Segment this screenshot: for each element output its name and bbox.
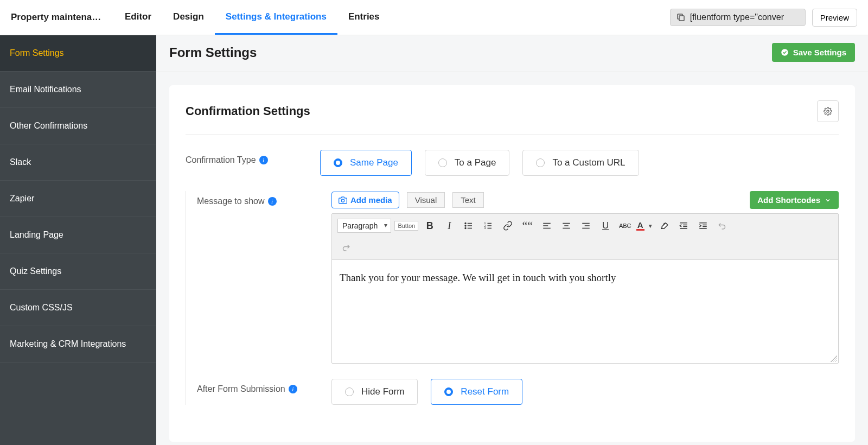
radio-reset-form[interactable]: Reset Form — [431, 379, 522, 405]
card-settings-button[interactable] — [817, 100, 839, 122]
bullet-list-icon[interactable] — [461, 218, 477, 233]
page-title: Form Settings — [169, 45, 257, 60]
editor-top: Add media Visual Text Add Shortcodes — [331, 191, 839, 209]
add-media-label: Add media — [350, 195, 392, 205]
undo-icon[interactable] — [714, 218, 731, 233]
align-right-icon[interactable] — [578, 218, 594, 233]
confirmation-type-label: Confirmation Type i — [186, 150, 320, 165]
topbar: Property maintenan... Editor Design Sett… — [0, 0, 868, 35]
svg-point-3 — [341, 199, 344, 202]
editor-toolbar: Paragraph Button B I 123 ““ — [332, 214, 838, 260]
redo-icon[interactable] — [337, 240, 354, 255]
resize-grip-icon[interactable] — [831, 355, 837, 362]
add-shortcodes-button[interactable]: Add Shortcodes — [750, 191, 839, 209]
tab-design[interactable]: Design — [162, 0, 215, 35]
sidebar-item-quiz-settings[interactable]: Quiz Settings — [0, 253, 156, 290]
radio-dot-icon — [438, 158, 447, 167]
confirmation-type-label-text: Confirmation Type — [186, 155, 256, 165]
radio-hide-form[interactable]: Hide Form — [331, 379, 418, 405]
confirmation-title: Confirmation Settings — [186, 104, 310, 118]
after-submission-options: Hide Form Reset Form — [331, 379, 839, 405]
info-icon[interactable]: i — [268, 197, 277, 206]
confirmation-card: Confirmation Settings Confirmation Type … — [169, 85, 855, 442]
clear-formatting-icon[interactable] — [656, 218, 672, 233]
preview-button[interactable]: Preview — [812, 9, 857, 27]
sidebar-item-form-settings[interactable]: Form Settings — [0, 35, 156, 72]
sidebar-item-custom-css-js[interactable]: Custom CSS/JS — [0, 290, 156, 326]
camera-icon — [339, 196, 347, 205]
tab-editor[interactable]: Editor — [114, 0, 162, 35]
check-circle-icon — [781, 48, 789, 56]
radio-dot-icon — [536, 158, 545, 167]
editor-body-text: Thank you for your message. We will get … — [340, 272, 616, 283]
top-tabs: Editor Design Settings & Integrations En… — [114, 0, 391, 35]
editor: Paragraph Button B I 123 ““ — [331, 213, 839, 364]
radio-dot-icon — [444, 387, 453, 396]
svg-point-9 — [465, 228, 466, 229]
blockquote-icon[interactable]: ““ — [519, 218, 535, 233]
underline-icon[interactable]: U — [597, 218, 614, 233]
message-label-text: Message to show — [197, 196, 265, 206]
radio-same-page[interactable]: Same Page — [320, 150, 412, 176]
radio-hide-form-label: Hide Form — [361, 386, 404, 397]
bold-icon[interactable]: B — [422, 218, 438, 233]
page-header: Form Settings Save Settings — [156, 35, 868, 72]
sidebar-item-zapier[interactable]: Zapier — [0, 181, 156, 217]
svg-point-2 — [827, 110, 829, 112]
strikethrough-icon[interactable]: ABC — [617, 218, 633, 233]
button-insert[interactable]: Button — [394, 221, 418, 231]
text-mode-button[interactable]: Text — [452, 192, 484, 208]
svg-text:3: 3 — [484, 226, 486, 230]
sidebar-item-other-confirmations[interactable]: Other Confirmations — [0, 108, 156, 144]
shortcode-box[interactable]: [fluentform type="conver — [670, 9, 806, 26]
tab-settings-integrations[interactable]: Settings & Integrations — [215, 0, 337, 35]
indent-icon[interactable] — [695, 218, 711, 233]
visual-mode-button[interactable]: Visual — [407, 192, 445, 208]
radio-to-a-custom-url-label: To a Custom URL — [552, 157, 625, 168]
svg-point-8 — [465, 225, 466, 226]
row-message: Message to show i Add media Visual Text — [197, 191, 839, 364]
form-name: Property maintenan... — [11, 12, 103, 23]
radio-to-a-page[interactable]: To a Page — [425, 150, 510, 176]
main: Form Settings Save Settings Confirmation… — [156, 35, 868, 445]
sidebar-item-email-notifications[interactable]: Email Notifications — [0, 72, 156, 108]
add-media-button[interactable]: Add media — [331, 192, 399, 208]
radio-to-a-page-label: To a Page — [455, 157, 496, 168]
confirmation-type-options: Same Page To a Page To a Custom URL — [320, 150, 839, 176]
radio-to-a-custom-url[interactable]: To a Custom URL — [522, 150, 639, 176]
sidebar-item-landing-page[interactable]: Landing Page — [0, 217, 156, 253]
row-confirmation-type: Confirmation Type i Same Page To a Page … — [186, 150, 839, 176]
topbar-right: [fluentform type="conver Preview — [670, 9, 857, 27]
italic-icon[interactable]: I — [441, 218, 457, 233]
svg-rect-0 — [679, 16, 684, 21]
paragraph-select[interactable]: Paragraph — [337, 219, 391, 233]
svg-point-7 — [465, 223, 466, 224]
save-settings-label: Save Settings — [793, 48, 846, 57]
gear-icon — [824, 107, 832, 116]
radio-dot-icon — [345, 387, 354, 396]
after-submission-label: After Form Submission i — [197, 379, 331, 394]
numbered-list-icon[interactable]: 123 — [480, 218, 496, 233]
message-content: Add media Visual Text Add Shortcodes — [331, 191, 839, 364]
radio-same-page-label: Same Page — [350, 157, 398, 168]
link-icon[interactable] — [500, 218, 516, 233]
save-settings-button[interactable]: Save Settings — [772, 43, 855, 62]
editor-body[interactable]: Thank you for your message. We will get … — [332, 260, 838, 363]
row-after-submission: After Form Submission i Hide Form Reset … — [197, 379, 839, 405]
message-label: Message to show i — [197, 191, 331, 206]
tab-entries[interactable]: Entries — [337, 0, 391, 35]
sidebar-item-marketing-crm[interactable]: Marketing & CRM Integrations — [0, 326, 156, 363]
sidebar-item-slack[interactable]: Slack — [0, 144, 156, 181]
chevron-down-icon — [825, 197, 831, 204]
info-icon[interactable]: i — [289, 385, 297, 393]
add-shortcodes-label: Add Shortcodes — [757, 195, 820, 205]
shortcode-text: [fluentform type="conver — [690, 12, 784, 22]
info-icon[interactable]: i — [259, 156, 268, 164]
text-color-icon[interactable]: A▼ — [636, 218, 653, 233]
sidebar: Form Settings Email Notifications Other … — [0, 35, 156, 445]
radio-reset-form-label: Reset Form — [461, 386, 509, 397]
align-center-icon[interactable] — [558, 218, 575, 233]
outdent-icon[interactable] — [675, 218, 692, 233]
align-left-icon[interactable] — [539, 218, 555, 233]
after-submission-label-text: After Form Submission — [197, 384, 285, 394]
